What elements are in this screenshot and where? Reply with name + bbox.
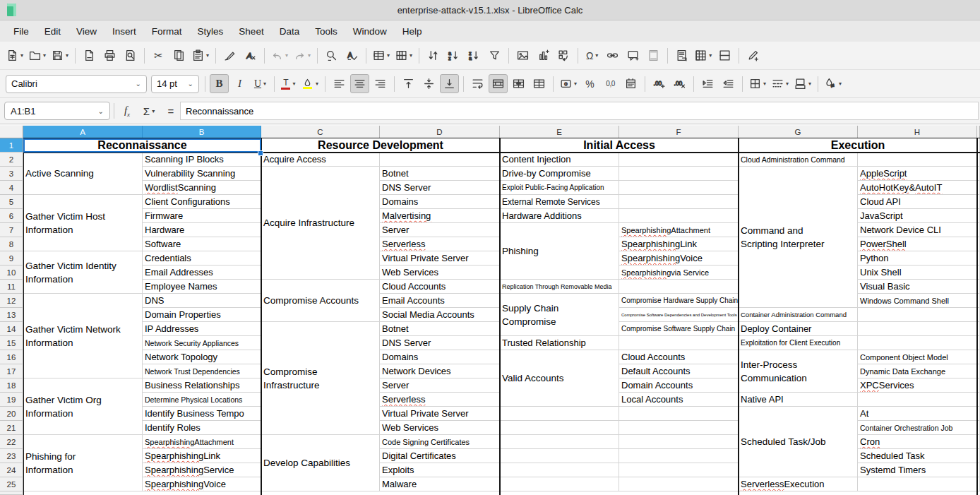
cell-C11[interactable]: Compromise Accounts <box>261 280 380 322</box>
wrap-text-button[interactable] <box>468 74 487 93</box>
cell-E22[interactable] <box>500 435 619 449</box>
cell-G14[interactable]: Deploy Container <box>739 322 858 336</box>
grid-corner-box[interactable] <box>0 126 23 138</box>
cell-B19[interactable]: Determine Physical Locations <box>143 393 261 407</box>
row-header-2[interactable]: 2 <box>0 153 23 167</box>
row-header-11[interactable]: 11 <box>0 280 23 294</box>
cell-D17[interactable]: Network Devices <box>380 364 500 378</box>
font-size-combo[interactable]: 14 pt⌄ <box>151 75 199 93</box>
insert-pivot-table-button[interactable] <box>554 46 573 65</box>
align-center-button[interactable] <box>350 74 369 93</box>
cell-B6[interactable]: Firmware <box>143 209 261 223</box>
headers-footers-button[interactable] <box>644 46 663 65</box>
cell-D10[interactable]: Web Services <box>380 266 500 280</box>
cell-B8[interactable]: Software <box>143 237 261 251</box>
cell-G20[interactable]: Scheduled Task/Job <box>739 407 858 477</box>
cell-F22[interactable] <box>619 435 739 449</box>
cell-E20[interactable] <box>500 407 619 421</box>
formula-equals-button[interactable]: = <box>162 102 180 120</box>
menu-insert[interactable]: Insert <box>104 23 144 40</box>
cell-E21[interactable] <box>500 421 619 435</box>
cell-H19[interactable] <box>858 393 977 407</box>
cell-H8[interactable]: PowerShell <box>858 237 977 251</box>
undo-button[interactable]: ▾ <box>269 46 290 65</box>
cell-D4[interactable]: DNS Server <box>380 181 500 195</box>
cell-H23[interactable]: Scheduled Task <box>858 449 977 463</box>
row-header-23[interactable]: 23 <box>0 449 23 463</box>
open-button[interactable]: ▾ <box>27 46 48 65</box>
cell-D22[interactable]: Code Signing Certificates <box>380 435 500 449</box>
show-draw-functions-button[interactable] <box>743 46 763 65</box>
menu-file[interactable]: File <box>6 23 37 40</box>
cell-D3[interactable]: Botnet <box>380 167 500 181</box>
find-replace-button[interactable] <box>322 46 341 65</box>
highlight-color-button[interactable]: ▾ <box>299 74 321 93</box>
decrease-indent-button[interactable] <box>719 74 738 93</box>
cell-D11[interactable]: Cloud Accounts <box>380 280 500 294</box>
cell-E6[interactable]: Hardware Additions <box>500 209 619 223</box>
unmerge-cells-button[interactable] <box>530 74 549 93</box>
print-button[interactable] <box>100 46 119 65</box>
row-header-20[interactable]: 20 <box>0 407 23 421</box>
cell-H9[interactable]: Python <box>858 251 977 266</box>
spelling-button[interactable]: A <box>342 46 361 65</box>
menu-tools[interactable]: Tools <box>307 23 345 40</box>
align-bottom-button[interactable] <box>440 74 459 93</box>
copy-button[interactable] <box>169 46 189 65</box>
cell-E12[interactable]: Supply Chain Compromise <box>500 294 619 336</box>
increase-indent-button[interactable] <box>698 74 717 93</box>
export-pdf-button[interactable] <box>80 46 99 65</box>
row-header-15[interactable]: 15 <box>0 336 23 350</box>
align-left-button[interactable] <box>330 74 349 93</box>
cell-H7[interactable]: Network Device CLI <box>858 223 977 237</box>
cell-E3[interactable]: Drive-by Compromise <box>500 167 619 181</box>
align-top-button[interactable] <box>399 74 418 93</box>
cell-F20[interactable] <box>619 407 739 421</box>
tactic-header-resource-development[interactable]: Resource Development <box>261 138 500 153</box>
insert-image-button[interactable] <box>513 46 532 65</box>
cell-F23[interactable] <box>619 449 739 463</box>
row-header-24[interactable]: 24 <box>0 463 23 477</box>
column-header-C[interactable]: C <box>261 126 380 138</box>
cell-H17[interactable]: Dynamic Data Exchange <box>858 364 977 378</box>
cell-D9[interactable]: Virtual Private Server <box>380 251 500 266</box>
autofilter-button[interactable] <box>485 46 504 65</box>
cell-F6[interactable] <box>619 209 739 223</box>
row-header-1[interactable]: 1 <box>0 138 23 153</box>
cell-F25[interactable] <box>619 477 739 491</box>
cell-B25[interactable]: Spearphishing Voice <box>143 477 261 491</box>
cell-H5[interactable]: Cloud API <box>858 195 977 209</box>
cell-B15[interactable]: Network Security Appliances <box>143 336 261 350</box>
cell-F19[interactable]: Local Accounts <box>619 393 739 407</box>
cell-A22[interactable]: Phishing for Information <box>23 435 143 491</box>
cell-H13[interactable] <box>858 308 977 322</box>
sort-button[interactable] <box>424 46 443 65</box>
cell-D24[interactable]: Exploits <box>380 463 500 477</box>
cell-H14[interactable] <box>858 322 977 336</box>
add-decimal-button[interactable]: .00 <box>650 74 669 93</box>
insert-hyperlink-button[interactable] <box>603 46 622 65</box>
cell-H24[interactable]: Systemd Timers <box>858 463 977 477</box>
cell-F11[interactable] <box>619 280 739 294</box>
redo-button[interactable]: ▾ <box>292 46 313 65</box>
cell-B16[interactable]: Network Topology <box>143 350 261 364</box>
column-header-E[interactable]: E <box>500 126 619 138</box>
column-header-A[interactable]: A <box>23 126 143 138</box>
cell-B20[interactable]: Identify Business Tempo <box>143 407 261 421</box>
cell-H3[interactable]: AppleScript <box>858 167 977 181</box>
cell-B2[interactable]: Scanning IP Blocks <box>143 153 261 167</box>
split-window-button[interactable] <box>715 46 734 65</box>
cell-D14[interactable]: Botnet <box>380 322 500 336</box>
cell-B23[interactable]: Spearphishing Link <box>143 449 261 463</box>
cell-E2[interactable]: Content Injection <box>500 153 619 167</box>
cell-D23[interactable]: Digital Certificates <box>380 449 500 463</box>
menu-view[interactable]: View <box>68 23 104 40</box>
clear-formatting-button[interactable]: A <box>241 46 260 65</box>
insert-chart-button[interactable] <box>534 46 553 65</box>
clone-formatting-button[interactable] <box>220 46 239 65</box>
define-print-area-button[interactable] <box>672 46 691 65</box>
cell-C14[interactable]: Compromise Infrastructure <box>261 322 380 435</box>
cell-F3[interactable] <box>619 167 739 181</box>
center-vertically-button[interactable] <box>419 74 438 93</box>
conditional-formatting-button[interactable]: ≠▾ <box>823 74 844 93</box>
